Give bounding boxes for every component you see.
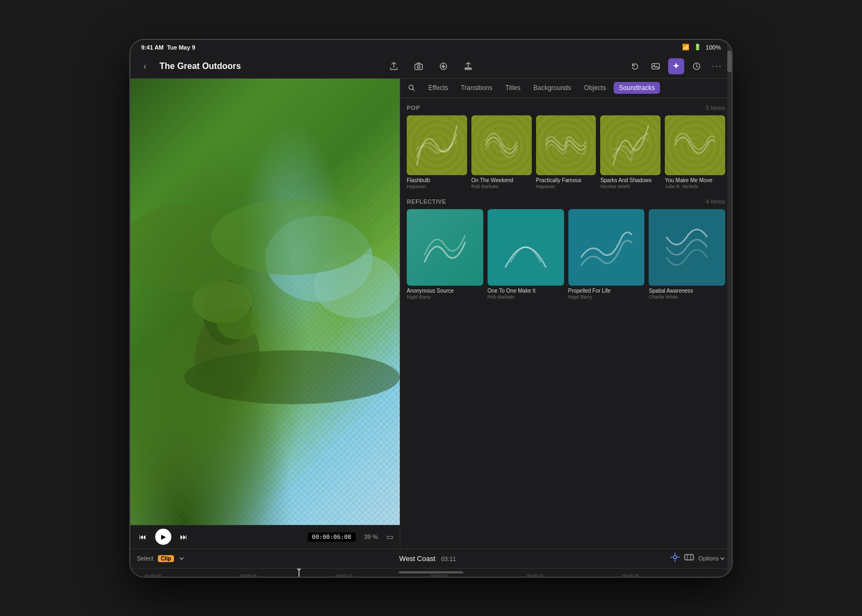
music-thumb-propelled-for-life <box>568 209 645 286</box>
music-card-one-to-one[interactable]: One To One Make It Rob Barbato <box>488 209 564 300</box>
reflective-music-grid: Anonymous Source Nigel Barry <box>407 209 725 300</box>
music-thumb-one-to-one <box>488 209 564 286</box>
music-artist-on-the-weekend: Rob Barbato <box>471 184 532 190</box>
music-name-you-make-me-move: You Make Me Move <box>665 177 725 184</box>
music-artist-you-make-me-move: Julie B. Nichols <box>665 184 725 190</box>
music-name-sparks-shadows: Sparks And Shadows <box>600 177 661 184</box>
timecode-display: 00:00:06:08 <box>308 532 356 542</box>
grid-view-button[interactable] <box>670 552 680 564</box>
music-card-spatial-awareness[interactable]: Spatial Awareness Charlie White <box>649 209 725 300</box>
music-artist-anonymous-source: Nigel Barry <box>407 294 483 300</box>
select-label: Select <box>137 555 154 562</box>
browser-panel: Effects Transitions Titles Backgrounds O… <box>400 79 732 549</box>
photo-library-button[interactable] <box>648 58 664 74</box>
tab-backgrounds[interactable]: Backgrounds <box>528 82 576 94</box>
home-indicator <box>399 571 463 573</box>
aspect-ratio-icon[interactable]: ▭ <box>386 532 393 541</box>
timeline-project-name: West Coast 03:11 <box>399 555 456 563</box>
music-name-on-the-weekend: On The Weekend <box>471 177 532 184</box>
toolbar: ‹ The Great Outdoors <box>130 55 732 79</box>
music-artist-one-to-one: Rob Barbato <box>488 294 564 300</box>
ruler-mark-25: 00:00:25 <box>622 573 639 578</box>
search-button[interactable] <box>405 81 419 95</box>
main-content: ⏮ ▶ ⏭ 00:00:06:08 39 % ▭ Effects Transit… <box>130 79 732 549</box>
pop-label: POP <box>407 105 420 111</box>
clip-dropdown-icon[interactable] <box>178 555 185 562</box>
skip-forward-button[interactable]: ⏭ <box>178 530 190 543</box>
reflective-count: 4 Items <box>706 198 725 205</box>
play-button[interactable]: ▶ <box>155 529 171 545</box>
music-artist-practically-famous: Hapasan <box>536 184 596 190</box>
undo-button[interactable] <box>627 58 643 74</box>
music-artist-propelled-for-life: Nigel Barry <box>568 294 645 300</box>
svg-point-13 <box>184 350 400 404</box>
timeline-toolbar: Select Clip West Coast 03:11 <box>130 549 732 569</box>
pop-count: 5 Items <box>706 105 725 111</box>
music-name-propelled-for-life: Propelled For Life <box>568 288 645 294</box>
music-card-sparks-and-shadows[interactable]: Sparks And Shadows Nicolas Wiehl <box>600 115 661 190</box>
status-time: 9:41 AM Tue May 9 <box>141 44 195 51</box>
music-card-you-make-me-move[interactable]: You Make Me Move Julie B. Nichols <box>665 115 725 190</box>
share-button[interactable] <box>386 58 402 74</box>
music-name-practically-famous: Practically Famous <box>536 177 596 184</box>
svg-point-15 <box>211 199 373 275</box>
nav-button[interactable] <box>435 58 451 74</box>
pop-section-header: POP 5 Items <box>407 105 725 111</box>
music-name-flashbulb: Flashbulb <box>407 177 467 184</box>
tab-effects[interactable]: Effects <box>423 82 453 94</box>
project-title: The Great Outdoors <box>159 61 241 71</box>
ipad-frame: 9:41 AM Tue May 9 📶 🔋 100% ‹ The Great O… <box>129 39 733 578</box>
timeline-scrollbar[interactable] <box>727 40 732 577</box>
video-preview <box>130 79 400 525</box>
back-button[interactable]: ‹ <box>137 58 153 74</box>
ruler-mark-15: 00:00:15 <box>431 573 448 578</box>
music-thumb-you-make-me-move <box>665 115 725 176</box>
ruler-mark-20: 00:00:20 <box>526 573 543 578</box>
music-name-anonymous-source: Anonymous Source <box>407 288 483 294</box>
battery-icon: 🔋 <box>694 44 701 51</box>
more-button[interactable]: ··· <box>709 58 725 74</box>
music-artist-flashbulb: Hapasan <box>407 184 467 190</box>
tab-transitions[interactable]: Transitions <box>455 82 497 94</box>
tab-titles[interactable]: Titles <box>500 82 526 94</box>
music-card-practically-famous[interactable]: Practically Famous Hapasan <box>536 115 596 190</box>
ruler-mark-5: 00:00:05 <box>240 573 256 578</box>
music-card-anonymous-source[interactable]: Anonymous Source Nigel Barry <box>407 209 483 300</box>
privacy-button[interactable] <box>689 58 705 74</box>
music-thumb-on-the-weekend <box>471 115 532 176</box>
clip-tag: Clip <box>158 555 175 562</box>
tab-soundtracks[interactable]: Soundtracks <box>614 82 661 94</box>
status-indicators: 📶 🔋 100% <box>682 44 721 51</box>
ruler-mark-10: 00:00:10 <box>336 573 352 578</box>
timeline-scrollbar-thumb[interactable] <box>727 51 732 72</box>
music-card-propelled-for-life[interactable]: Propelled For Life Nigel Barry <box>568 209 645 300</box>
svg-point-17 <box>673 556 677 559</box>
svg-point-1 <box>418 66 420 68</box>
video-controls: ⏮ ▶ ⏭ 00:00:06:08 39 % ▭ <box>130 525 400 549</box>
options-button[interactable]: Options <box>698 555 725 562</box>
storyboard-button[interactable] <box>684 552 694 564</box>
magic-button[interactable] <box>668 58 684 74</box>
playhead <box>298 569 300 578</box>
music-thumb-flashbulb <box>407 115 467 176</box>
pop-music-grid: Flashbulb Hapasan <box>407 115 725 190</box>
music-thumb-sparks-and-shadows <box>600 115 661 176</box>
reflective-label: REFLECTIVE <box>407 198 446 205</box>
music-thumb-anonymous-source <box>407 209 483 286</box>
zoom-level: 39 % <box>364 534 378 540</box>
music-card-flashbulb[interactable]: Flashbulb Hapasan <box>407 115 467 190</box>
music-card-on-the-weekend[interactable]: On The Weekend Rob Barbato <box>471 115 532 190</box>
browser-content: POP 5 Items <box>400 98 732 549</box>
svg-point-10 <box>217 307 260 340</box>
music-name-one-to-one: One To One Make It <box>488 288 564 294</box>
svg-rect-18 <box>685 555 693 560</box>
status-bar: 9:41 AM Tue May 9 📶 🔋 100% <box>130 40 732 55</box>
export-button[interactable] <box>460 58 476 74</box>
camera-button[interactable] <box>411 58 427 74</box>
svg-rect-0 <box>415 64 422 70</box>
music-artist-spatial-awareness: Charlie White <box>649 294 725 300</box>
music-thumb-practically-famous <box>536 115 596 176</box>
tab-objects[interactable]: Objects <box>579 82 611 94</box>
skip-back-button[interactable]: ⏮ <box>137 530 149 543</box>
music-name-spatial-awareness: Spatial Awareness <box>649 288 725 294</box>
